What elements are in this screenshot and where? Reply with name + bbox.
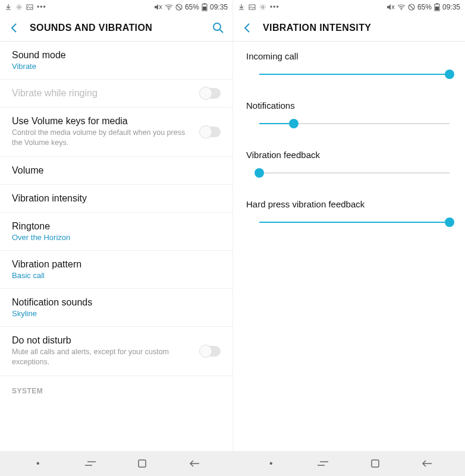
header: SOUNDS AND VIBRATION xyxy=(0,14,232,42)
search-button[interactable] xyxy=(211,21,225,35)
label-vibration-pattern: Vibration pattern xyxy=(12,259,221,270)
label-incoming-call: Incoming call xyxy=(246,51,452,61)
nav-recents-button[interactable] xyxy=(314,455,332,472)
slider-block-hard-press: Hard press vibration feedback xyxy=(233,190,465,239)
row-sound-mode[interactable]: Sound mode Vibrate xyxy=(0,42,232,80)
value-notification-sounds: Skyline xyxy=(12,309,221,318)
label-hard-press: Hard press vibration feedback xyxy=(246,199,452,209)
row-do-not-disturb[interactable]: Do not disturb Mute all calls and alerts… xyxy=(0,327,232,376)
nav-back-button[interactable] xyxy=(186,455,203,472)
sun-icon xyxy=(259,4,266,11)
back-button[interactable] xyxy=(240,21,255,35)
no-data-icon xyxy=(408,4,415,11)
wifi-icon xyxy=(165,4,173,11)
image-icon xyxy=(249,4,256,11)
label-notification-sounds: Notification sounds xyxy=(12,297,221,308)
toggle-use-volume-keys[interactable] xyxy=(200,127,221,137)
screen-vibration-intensity: ••• 65% 09:35 VIBRATION INTENSITY Incomi… xyxy=(232,0,465,476)
svg-point-11 xyxy=(401,9,402,10)
toggle-vibrate-while-ringing xyxy=(200,88,221,99)
download-icon xyxy=(5,4,12,11)
slider-vibration-feedback[interactable] xyxy=(259,167,450,179)
mute-icon xyxy=(154,4,162,11)
desc-do-not-disturb: Mute all calls and alerts, except for yo… xyxy=(12,347,194,367)
row-ringtone[interactable]: Ringtone Over the Horizon xyxy=(0,213,232,251)
nav-bar: • xyxy=(0,451,232,476)
svg-rect-15 xyxy=(435,7,439,10)
label-vibration-feedback: Vibration feedback xyxy=(246,150,452,160)
status-bar: ••• 65% 09:35 xyxy=(233,0,465,14)
slider-block-incoming-call: Incoming call xyxy=(233,42,465,91)
nav-dot-icon[interactable]: • xyxy=(262,455,280,472)
nav-back-button[interactable] xyxy=(418,455,436,472)
value-vibration-pattern: Basic call xyxy=(12,271,221,280)
wifi-icon xyxy=(397,4,406,11)
label-sound-mode: Sound mode xyxy=(12,50,221,61)
label-vibration-intensity: Vibration intensity xyxy=(12,193,221,204)
mute-icon xyxy=(387,4,395,11)
label-do-not-disturb: Do not disturb xyxy=(12,335,194,346)
more-icon: ••• xyxy=(37,3,46,11)
svg-rect-14 xyxy=(436,4,438,5)
svg-rect-5 xyxy=(203,4,206,5)
page-title: SOUNDS AND VIBRATION xyxy=(30,23,152,33)
battery-icon xyxy=(202,3,208,11)
value-sound-mode: Vibrate xyxy=(12,62,221,71)
nav-dot-icon[interactable]: • xyxy=(29,455,47,472)
battery-percent: 65% xyxy=(417,3,432,11)
slider-hard-press[interactable] xyxy=(259,216,450,228)
sun-icon xyxy=(15,4,23,11)
toggle-do-not-disturb[interactable] xyxy=(200,346,221,357)
row-notification-sounds[interactable]: Notification sounds Skyline xyxy=(0,289,232,327)
value-ringtone: Over the Horizon xyxy=(12,233,221,242)
label-use-volume-keys: Use Volume keys for media xyxy=(12,116,194,127)
back-button[interactable] xyxy=(7,21,21,35)
row-volume[interactable]: Volume xyxy=(0,157,232,185)
page-title: VIBRATION INTENSITY xyxy=(263,23,371,33)
svg-rect-6 xyxy=(203,7,206,10)
row-use-volume-keys[interactable]: Use Volume keys for media Control the me… xyxy=(0,108,232,157)
screen-sounds-and-vibration: ••• 65% 09:35 SOUNDS AND VIBRATION Sound… xyxy=(0,0,232,476)
svg-point-0 xyxy=(18,6,20,8)
svg-point-10 xyxy=(262,6,264,8)
row-vibration-pattern[interactable]: Vibration pattern Basic call xyxy=(0,251,232,289)
slider-notifications[interactable] xyxy=(259,118,450,130)
status-bar: ••• 65% 09:35 xyxy=(0,0,232,14)
label-notifications: Notifications xyxy=(246,100,452,111)
slider-block-notifications: Notifications xyxy=(233,91,465,140)
svg-point-7 xyxy=(213,23,221,30)
section-header-system: SYSTEM xyxy=(0,376,232,399)
battery-percent: 65% xyxy=(185,3,199,11)
download-icon xyxy=(238,4,245,11)
desc-use-volume-keys: Control the media volume by default when… xyxy=(12,128,194,148)
svg-rect-8 xyxy=(139,460,146,467)
nav-bar: • xyxy=(233,451,465,476)
slider-incoming-call[interactable] xyxy=(259,68,450,80)
row-vibrate-while-ringing: Vibrate while ringing xyxy=(0,80,232,108)
slider-block-vibration-feedback: Vibration feedback xyxy=(233,140,465,190)
label-ringtone: Ringtone xyxy=(12,221,221,232)
more-icon: ••• xyxy=(270,3,279,11)
no-data-icon xyxy=(175,4,183,11)
image-icon xyxy=(26,4,33,11)
clock-time: 09:35 xyxy=(210,3,228,11)
battery-icon xyxy=(434,3,440,11)
nav-home-button[interactable] xyxy=(366,455,384,472)
nav-home-button[interactable] xyxy=(133,455,151,472)
header: VIBRATION INTENSITY xyxy=(233,14,465,42)
nav-recents-button[interactable] xyxy=(81,455,99,472)
label-volume: Volume xyxy=(12,165,221,176)
svg-rect-16 xyxy=(372,460,379,467)
row-vibration-intensity[interactable]: Vibration intensity xyxy=(0,185,232,213)
svg-point-2 xyxy=(168,9,169,10)
label-vibrate-while-ringing: Vibrate while ringing xyxy=(12,88,194,99)
clock-time: 09:35 xyxy=(442,3,460,11)
